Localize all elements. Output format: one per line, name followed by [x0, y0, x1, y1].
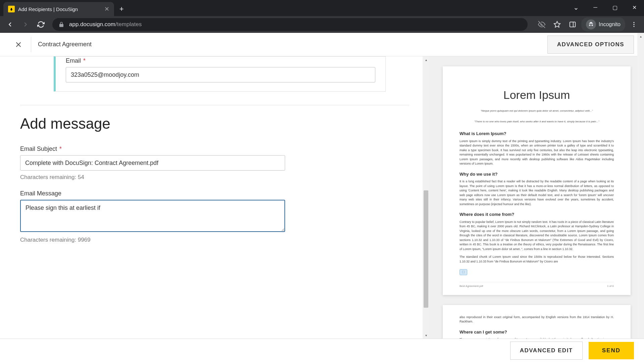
lock-icon [58, 21, 64, 27]
document-preview-page-2: also reproduced in their exact original … [443, 305, 631, 339]
svg-marker-0 [554, 21, 560, 27]
header-divider [31, 37, 31, 52]
add-message-heading: Add message [20, 115, 409, 132]
recipient-card: Email * [54, 56, 386, 92]
scroll-up-arrow-icon[interactable]: ▴ [637, 33, 644, 40]
tab-close-icon[interactable]: ✕ [104, 5, 109, 13]
kebab-menu-icon[interactable] [627, 18, 641, 31]
preview-heading-why: Why do we use it? [460, 171, 614, 178]
preview-heading-get: Where can I get some? [460, 329, 614, 336]
section-divider [20, 105, 409, 105]
subject-field-label: Email Subject * [20, 145, 285, 153]
back-button[interactable] [3, 18, 17, 31]
email-field-label: Email * [66, 57, 375, 64]
app-header: Contract Agreement ADVANCED OPTIONS [0, 33, 644, 56]
preview-filename: Best Agreement.pdf [460, 284, 483, 288]
tab-title: Add Recipients | DocuSign [18, 6, 101, 12]
preview-title: Lorem Ipsum [460, 86, 614, 104]
preview-para: Lorem Ipsum is simply dummy text of the … [460, 139, 614, 166]
side-panel-icon[interactable] [566, 18, 579, 31]
browser-tab[interactable]: Add Recipients | DocuSign ✕ [3, 2, 114, 16]
browser-tab-strip: Add Recipients | DocuSign ✕ + ⌄ ─ ▢ ✕ [0, 0, 644, 16]
incognito-badge[interactable]: Incognito [581, 17, 625, 32]
preview-para: also reproduced in their exact original … [460, 315, 614, 324]
advanced-options-button[interactable]: ADVANCED OPTIONS [547, 36, 634, 54]
advanced-edit-button[interactable]: ADVANCED EDIT [510, 342, 583, 360]
scroll-thumb[interactable] [424, 190, 428, 308]
recipient-email-input[interactable] [66, 67, 375, 82]
tabs-dropdown-icon[interactable]: ⌄ [566, 1, 586, 13]
document-preview-panel: Lorem Ipsum "Neque porro quisquam est qu… [429, 56, 644, 339]
preview-heading-where: Where does it come from? [460, 211, 614, 218]
preview-tagline-1: "Neque porro quisquam est qui dolorem ip… [460, 109, 614, 113]
preview-heading-what: What is Lorem Ipsum? [460, 130, 614, 137]
preview-badge-icon: ⬚ [460, 269, 467, 275]
preview-para: The standard chunk of Lorem Ipsum used s… [460, 255, 614, 264]
send-button[interactable]: SEND [589, 342, 634, 359]
page-scrollbar[interactable]: ▴ ▾ [637, 33, 644, 362]
message-field-label: Email Message [20, 190, 285, 197]
email-subject-input[interactable] [20, 155, 285, 171]
reload-button[interactable] [34, 18, 48, 31]
incognito-icon [586, 19, 596, 29]
svg-point-5 [633, 26, 634, 27]
form-panel: Email * Add message Email Subject * Char… [0, 56, 429, 339]
close-window-button[interactable]: ✕ [625, 1, 644, 13]
eye-off-icon[interactable] [535, 18, 548, 31]
preview-tagline-2: "There is no one who loves pain itself, … [460, 120, 614, 124]
window-controls: ⌄ ─ ▢ ✕ [566, 0, 644, 16]
maximize-button[interactable]: ▢ [605, 1, 625, 13]
url-bar[interactable]: app.docusign.com/templates [52, 18, 528, 31]
email-message-textarea[interactable] [20, 200, 285, 232]
svg-point-4 [633, 24, 634, 25]
subject-char-counter: Characters remaining: 54 [20, 174, 285, 181]
preview-para: It is a long established fact that a rea… [460, 179, 614, 206]
browser-toolbar: app.docusign.com/templates Incognito [0, 16, 644, 33]
scroll-up-arrow-icon[interactable]: ▴ [423, 56, 429, 63]
message-char-counter: Characters remaining: 9969 [20, 237, 285, 243]
preview-page-indicator: 1 of 6 [607, 284, 614, 288]
bottom-action-bar: ADVANCED EDIT SEND [0, 339, 644, 362]
close-envelope-button[interactable] [10, 36, 27, 53]
url-text: app.docusign.com/templates [69, 21, 142, 28]
bookmark-star-icon[interactable] [550, 18, 564, 31]
svg-rect-1 [570, 22, 576, 27]
forward-button[interactable] [19, 18, 32, 31]
new-tab-button[interactable]: + [114, 5, 129, 16]
left-scrollbar[interactable]: ▴ ▾ [423, 56, 429, 339]
scroll-down-arrow-icon[interactable]: ▾ [423, 332, 429, 339]
docusign-favicon [8, 6, 15, 12]
document-title: Contract Agreement [38, 41, 92, 48]
incognito-label: Incognito [599, 21, 621, 27]
preview-footer: Best Agreement.pdf 1 of 6 [460, 282, 614, 288]
document-preview-page-1: Lorem Ipsum "Neque porro quisquam est qu… [443, 66, 631, 295]
minimize-button[interactable]: ─ [586, 1, 605, 13]
preview-para: Contrary to popular belief, Lorem Ipsum … [460, 220, 614, 252]
svg-point-3 [633, 22, 634, 23]
